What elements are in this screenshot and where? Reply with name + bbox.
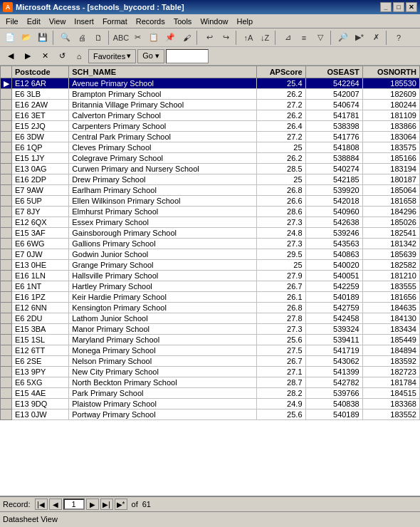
- record-number-input[interactable]: [63, 499, 85, 510]
- row-selector[interactable]: ▶: [1, 78, 12, 89]
- new-record-btn[interactable]: ▶*: [352, 30, 367, 46]
- find-btn[interactable]: 🔎: [335, 30, 351, 46]
- col-header-oseast[interactable]: OSEAST: [305, 66, 362, 78]
- table-row[interactable]: E16 1PZKeir Hardie Primary School26.1540…: [1, 292, 420, 303]
- table-row[interactable]: E6 5XGNorth Beckton Primary School28.754…: [1, 377, 420, 388]
- row-selector[interactable]: [1, 121, 12, 132]
- table-row[interactable]: E15 3BAManor Primary School27.3539324183…: [1, 324, 420, 335]
- table-row[interactable]: E6 3LBBrampton Primary School26.25420071…: [1, 89, 420, 100]
- cut-btn[interactable]: ✂: [130, 30, 145, 46]
- col-header-schname[interactable]: SCH_NAME: [69, 66, 257, 78]
- table-container[interactable]: Postcode SCH_NAME APScore OSEAST OSNORTH…: [0, 66, 420, 496]
- row-selector[interactable]: [1, 217, 12, 228]
- table-row[interactable]: ▶E12 6ARAvenue Primary School25.45422641…: [1, 78, 420, 89]
- copy-btn[interactable]: 📋: [146, 30, 162, 46]
- table-row[interactable]: E6 2SENelson Primary School26.7543062183…: [1, 356, 420, 367]
- row-selector[interactable]: [1, 153, 12, 164]
- menu-format[interactable]: Format: [98, 16, 132, 27]
- spell-btn[interactable]: ABC: [113, 30, 129, 46]
- table-row[interactable]: E12 6NNKensington Primary School26.85427…: [1, 303, 420, 313]
- row-selector[interactable]: [1, 324, 12, 335]
- row-selector[interactable]: [1, 271, 12, 281]
- favorites-btn[interactable]: Favorites ▾: [88, 49, 136, 63]
- row-selector[interactable]: [1, 303, 12, 313]
- menu-file[interactable]: File: [1, 16, 23, 27]
- table-row[interactable]: E6 5UPEllen Wilkinson Primary School26.6…: [1, 196, 420, 207]
- sort-desc-btn[interactable]: ↓Z: [257, 30, 273, 46]
- table-row[interactable]: E16 3ETCalverton Primary School26.254178…: [1, 110, 420, 121]
- row-selector[interactable]: [1, 110, 12, 121]
- menu-help[interactable]: Help: [233, 16, 258, 27]
- row-selector[interactable]: [1, 185, 12, 196]
- row-selector[interactable]: [1, 367, 12, 377]
- row-selector[interactable]: [1, 260, 12, 271]
- col-header-apscore[interactable]: APScore: [256, 66, 305, 78]
- open-btn[interactable]: 📂: [19, 30, 34, 46]
- table-row[interactable]: E13 0AGCurwen Primary and Nursery School…: [1, 164, 420, 174]
- row-selector[interactable]: [1, 388, 12, 399]
- row-selector[interactable]: [1, 174, 12, 185]
- row-selector[interactable]: [1, 164, 12, 174]
- refresh-btn[interactable]: ↺: [54, 49, 70, 63]
- row-selector[interactable]: [1, 399, 12, 409]
- row-selector[interactable]: [1, 239, 12, 249]
- first-record-btn[interactable]: |◀: [35, 499, 48, 510]
- new-btn[interactable]: 📄: [2, 30, 18, 46]
- row-selector[interactable]: [1, 313, 12, 324]
- new-record-nav-btn[interactable]: ▶*: [115, 499, 127, 510]
- table-row[interactable]: E13 0JWPortway Primary School25.65401891…: [1, 409, 420, 420]
- row-selector[interactable]: [1, 281, 12, 292]
- paste-btn[interactable]: 📌: [162, 30, 178, 46]
- table-row[interactable]: E13 9PYNew City Primary School27.1541399…: [1, 367, 420, 377]
- print-preview-btn[interactable]: 🗋: [90, 30, 106, 46]
- table-row[interactable]: E15 4AEPark Primary School28.25397661845…: [1, 388, 420, 399]
- table-row[interactable]: E6 1NTHartley Primary School26.754225918…: [1, 281, 420, 292]
- menu-view[interactable]: View: [45, 16, 70, 27]
- table-row[interactable]: E7 8JYElmhurst Primary School28.65409601…: [1, 207, 420, 217]
- row-selector[interactable]: [1, 249, 12, 260]
- row-selector[interactable]: [1, 335, 12, 345]
- col-header-postcode[interactable]: Postcode: [12, 66, 69, 78]
- row-selector[interactable]: [1, 292, 12, 303]
- forward-btn[interactable]: ▶: [20, 49, 36, 63]
- table-row[interactable]: E12 6QXEssex Primary School27.3542638185…: [1, 217, 420, 228]
- table-row[interactable]: E13 0HEGrange Primary School255400201825…: [1, 260, 420, 271]
- next-record-btn[interactable]: ▶: [86, 499, 99, 510]
- row-selector[interactable]: [1, 89, 12, 100]
- go-btn[interactable]: Go ▾: [137, 49, 164, 63]
- col-header-osnorth[interactable]: OSNORTH: [362, 66, 419, 78]
- filter-form-btn[interactable]: ≡: [296, 30, 312, 46]
- menu-insert[interactable]: Insert: [70, 16, 98, 27]
- row-selector[interactable]: [1, 377, 12, 388]
- row-selector[interactable]: [1, 142, 12, 153]
- search-btn[interactable]: 🔍: [58, 30, 73, 46]
- stop-btn[interactable]: ✕: [37, 49, 53, 63]
- table-row[interactable]: E16 2DPDrew Primary School25542185180187: [1, 174, 420, 185]
- table-row[interactable]: E7 9AWEarlham Primary School26.853992018…: [1, 185, 420, 196]
- address-bar[interactable]: [166, 49, 209, 63]
- menu-window[interactable]: Window: [196, 16, 232, 27]
- table-row[interactable]: E7 0JWGodwin Junior School29.55408631856…: [1, 249, 420, 260]
- minimize-button[interactable]: _: [380, 2, 392, 12]
- redo-btn[interactable]: ↪: [218, 30, 233, 46]
- table-row[interactable]: E6 3DWCentral Park Primary School27.2541…: [1, 132, 420, 142]
- last-record-btn[interactable]: ▶|: [100, 499, 113, 510]
- row-selector[interactable]: [1, 345, 12, 356]
- table-row[interactable]: E6 6WGGallions Primary School27.35435631…: [1, 239, 420, 249]
- table-row[interactable]: E15 2JQCarpenters Primary School26.45383…: [1, 121, 420, 132]
- table-row[interactable]: E6 1QPCleves Primary School2554180818357…: [1, 142, 420, 153]
- save-btn[interactable]: 💾: [35, 30, 51, 46]
- table-row[interactable]: E15 3AFGainsborough Primary School24.853…: [1, 228, 420, 239]
- home-btn[interactable]: ⌂: [71, 49, 87, 63]
- table-row[interactable]: E15 1JYColegrave Primary School26.253888…: [1, 153, 420, 164]
- menu-records[interactable]: Records: [132, 16, 169, 27]
- delete-record-btn[interactable]: ✗: [368, 30, 384, 46]
- table-row[interactable]: E12 6TTMonega Primary School27.554171918…: [1, 345, 420, 356]
- sort-asc-btn[interactable]: ↑A: [241, 30, 256, 46]
- print-btn[interactable]: 🖨: [74, 30, 90, 46]
- table-row[interactable]: E16 1LNHallsville Primary School27.95400…: [1, 271, 420, 281]
- table-row[interactable]: E6 2DULathom Junior School27.85424581841…: [1, 313, 420, 324]
- format-painter-btn[interactable]: 🖌: [179, 30, 194, 46]
- undo-btn[interactable]: ↩: [201, 30, 217, 46]
- row-selector[interactable]: [1, 132, 12, 142]
